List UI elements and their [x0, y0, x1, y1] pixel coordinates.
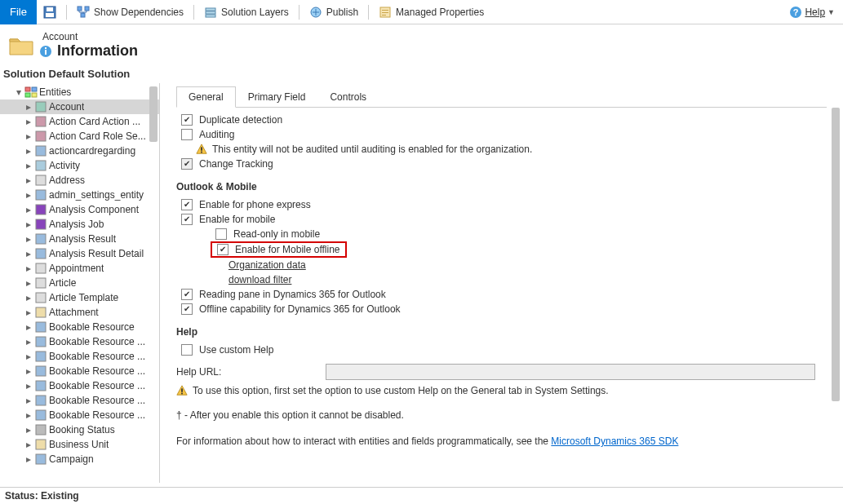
tree-item-label: Campaign: [49, 453, 94, 465]
duplicate-detection-label: Duplicate detection: [199, 114, 282, 126]
entity-icon: [34, 335, 47, 348]
tree-item[interactable]: ▸Bookable Resource ...: [0, 378, 159, 393]
reading-pane-checkbox[interactable]: [181, 289, 193, 300]
svg-rect-50: [181, 388, 183, 391]
tree-item[interactable]: ▸Bookable Resource ...: [0, 364, 159, 378]
tree-item[interactable]: ▸Article: [0, 276, 159, 290]
status-bar: Status: Existing: [0, 487, 843, 504]
tab-controls[interactable]: Controls: [317, 86, 379, 107]
tree-item[interactable]: ▸Business Unit: [0, 437, 159, 452]
caret-right-icon[interactable]: ▸: [24, 323, 33, 331]
caret-right-icon[interactable]: ▸: [24, 132, 33, 140]
tree-item[interactable]: ▸Article Template: [0, 290, 159, 305]
caret-right-icon[interactable]: ▸: [24, 367, 33, 375]
managed-properties-button[interactable]: Managed Properties: [372, 0, 490, 24]
entity-icon: [34, 365, 47, 378]
enable-mobile-checkbox[interactable]: [181, 214, 193, 225]
form-scrollbar[interactable]: [832, 108, 840, 401]
change-tracking-label: Change Tracking: [199, 158, 273, 170]
save-button[interactable]: [37, 0, 63, 24]
entity-icon: [34, 350, 47, 363]
sdk-link[interactable]: Microsoft Dynamics 365 SDK: [551, 435, 678, 447]
tree-item[interactable]: ▸actioncardregarding: [0, 144, 159, 158]
caret-right-icon[interactable]: ▸: [24, 411, 33, 419]
tree-item[interactable]: ▸Address: [0, 173, 159, 188]
tree-item[interactable]: ▸Action Card Role Se...: [0, 129, 159, 144]
show-dependencies-button[interactable]: Show Dependencies: [70, 0, 190, 24]
tree-item[interactable]: ▸Bookable Resource ...: [0, 334, 159, 349]
caret-right-icon[interactable]: ▸: [24, 382, 33, 390]
tree-item[interactable]: ▸Bookable Resource: [0, 320, 159, 334]
svg-rect-43: [36, 396, 46, 405]
caret-right-icon[interactable]: ▸: [24, 338, 33, 346]
caret-right-icon[interactable]: ▸: [24, 352, 33, 360]
caret-right-icon[interactable]: ▸: [24, 294, 33, 302]
caret-right-icon[interactable]: ▸: [24, 206, 33, 214]
tab-general[interactable]: General: [176, 86, 236, 108]
help-link[interactable]: ? Help ▼: [789, 6, 835, 19]
tree-scrollbar[interactable]: [149, 86, 158, 142]
caret-right-icon[interactable]: ▸: [24, 147, 33, 155]
caret-down-icon[interactable]: ▾: [15, 88, 23, 96]
caret-right-icon[interactable]: ▸: [24, 250, 33, 258]
solution-tree[interactable]: ▾ Entities ▸Account▸Action Card Action .…: [0, 83, 160, 483]
tree-item[interactable]: ▸Appointment: [0, 261, 159, 276]
change-tracking-checkbox[interactable]: [181, 158, 193, 170]
tree-item-label: Account: [49, 101, 84, 113]
caret-right-icon[interactable]: ▸: [24, 176, 33, 184]
enable-mobile-offline-checkbox[interactable]: [217, 244, 228, 255]
svg-rect-35: [36, 278, 46, 288]
caret-right-icon[interactable]: ▸: [24, 264, 33, 272]
tree-item[interactable]: ▸Action Card Action ...: [0, 114, 159, 129]
tree-item[interactable]: ▸Analysis Result Detail: [0, 246, 159, 261]
auditing-checkbox[interactable]: [181, 129, 193, 140]
use-custom-help-checkbox[interactable]: [181, 344, 193, 356]
managed-properties-label: Managed Properties: [396, 7, 484, 18]
caret-right-icon[interactable]: ▸: [24, 117, 33, 126]
download-filter-link[interactable]: download filter: [228, 274, 291, 285]
tree-item[interactable]: ▸Campaign: [0, 452, 159, 466]
organization-data-link[interactable]: Organization data: [228, 259, 306, 271]
tree-item[interactable]: ▸Account: [0, 99, 159, 114]
tree-item-label: Appointment: [49, 263, 104, 274]
caret-right-icon[interactable]: ▸: [24, 235, 33, 243]
caret-right-icon[interactable]: ▸: [24, 308, 33, 316]
caret-right-icon[interactable]: ▸: [24, 103, 33, 111]
tree-item[interactable]: ▸Analysis Component: [0, 202, 159, 217]
svg-rect-48: [201, 147, 202, 150]
entity-icon: [34, 247, 47, 260]
chevron-down-icon: ▼: [827, 8, 835, 16]
tree-item[interactable]: ▸Bookable Resource ...: [0, 408, 159, 422]
tree-item[interactable]: ▸Bookable Resource ...: [0, 393, 159, 408]
phone-express-checkbox[interactable]: [181, 199, 193, 210]
tree-item[interactable]: ▸Analysis Job: [0, 217, 159, 232]
caret-right-icon[interactable]: ▸: [24, 279, 33, 287]
caret-right-icon[interactable]: ▸: [24, 191, 33, 199]
caret-right-icon[interactable]: ▸: [24, 161, 33, 170]
offline-outlook-checkbox[interactable]: [181, 303, 193, 315]
publish-button[interactable]: Publish: [303, 0, 365, 24]
caret-right-icon[interactable]: ▸: [24, 440, 33, 449]
entity-icon: [34, 159, 47, 172]
tree-item[interactable]: ▸Bookable Resource ...: [0, 349, 159, 364]
duplicate-detection-checkbox[interactable]: [181, 114, 193, 126]
entity-icon: [34, 276, 47, 290]
tree-item[interactable]: ▸Attachment: [0, 305, 159, 320]
caret-right-icon[interactable]: ▸: [24, 220, 33, 228]
file-menu-button[interactable]: File: [0, 0, 37, 24]
tree-root-entities[interactable]: ▾ Entities: [0, 85, 159, 99]
caret-right-icon[interactable]: ▸: [24, 426, 33, 434]
caret-right-icon[interactable]: ▸: [24, 455, 33, 463]
solution-layers-button[interactable]: Solution Layers: [197, 0, 295, 24]
help-url-input[interactable]: [326, 364, 815, 380]
tab-primary-field[interactable]: Primary Field: [236, 86, 318, 107]
tree-item[interactable]: ▸Booking Status: [0, 422, 159, 437]
read-only-mobile-checkbox[interactable]: [215, 228, 227, 240]
caret-right-icon[interactable]: ▸: [24, 396, 33, 405]
tree-item[interactable]: ▸admin_settings_entity: [0, 188, 159, 202]
svg-rect-32: [36, 234, 46, 244]
tree-item[interactable]: ▸Analysis Result: [0, 232, 159, 246]
use-custom-help-label: Use custom Help: [199, 344, 273, 356]
tree-item[interactable]: ▸Activity: [0, 158, 159, 173]
svg-rect-42: [36, 381, 46, 391]
